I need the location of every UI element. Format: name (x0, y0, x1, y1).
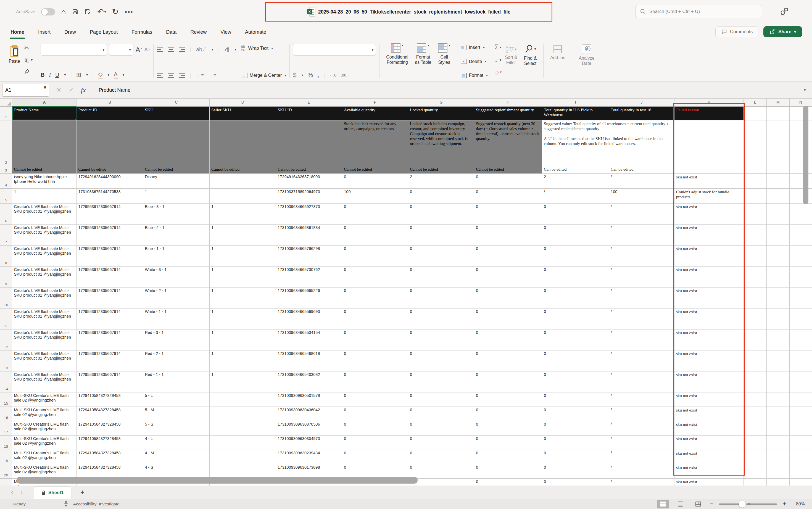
cell-F17[interactable]: 0 (342, 421, 408, 435)
cell-J19[interactable]: / (609, 450, 674, 464)
cell-L9[interactable] (744, 266, 767, 287)
cell-H12[interactable]: 0 (474, 329, 542, 350)
cell-A6[interactable]: Creator's LIVE flash sale Multi-SKU prod… (12, 203, 76, 224)
cell-M7[interactable] (767, 224, 789, 245)
row-header-11[interactable]: 11 (0, 308, 12, 329)
cell-K12[interactable]: sku not exist (674, 329, 744, 350)
align-top-icon[interactable] (157, 47, 163, 52)
cell-J20[interactable]: / (609, 464, 674, 478)
ribbon-tab-view[interactable]: View (220, 27, 232, 37)
cell-L7[interactable] (744, 224, 767, 245)
cell-G21[interactable]: 0 (408, 478, 474, 485)
cell-K19[interactable]: sku not exist (674, 450, 744, 464)
cell-C12[interactable]: Red - 3 - 1 (143, 329, 210, 350)
column-header-H[interactable]: H (474, 99, 542, 106)
conditional-formatting-button[interactable]: ▾ Conditional Formatting (383, 43, 411, 65)
cell-B6[interactable]: 1729553912335667914 (76, 203, 143, 224)
percent-icon[interactable]: % (308, 71, 313, 79)
cell-F1[interactable]: Available quantity (342, 106, 408, 120)
cell-M21[interactable] (767, 478, 789, 485)
cell-M3[interactable] (767, 166, 789, 173)
cell-L5[interactable] (744, 189, 767, 203)
row-header-4[interactable]: 4 (0, 173, 12, 189)
cell-C9[interactable]: White - 3 - 1 (143, 266, 210, 287)
cell-D11[interactable]: 1 (210, 308, 276, 329)
cell-K2[interactable] (674, 120, 744, 166)
cell-C11[interactable]: White - 1 - 1 (143, 308, 210, 329)
accessibility-status[interactable]: Accessibility: Investigate (73, 502, 120, 507)
row-header-20[interactable]: 20 (0, 464, 12, 478)
format-as-table-button[interactable]: ▾ Format as Table (411, 43, 435, 65)
cell-G13[interactable]: 0 (408, 350, 474, 371)
cell-G9[interactable]: 0 (408, 266, 474, 287)
cell-F10[interactable]: 0 (342, 287, 408, 308)
underline-button[interactable]: U (55, 72, 59, 78)
cell-K6[interactable]: sku not exist (674, 203, 744, 224)
cell-I9[interactable]: 0 (542, 266, 609, 287)
row-header-14[interactable]: 14 (0, 371, 12, 392)
row-header-19[interactable]: 19 (0, 450, 12, 464)
undo-icon[interactable]: ↶▾ (97, 8, 106, 16)
cell-A18[interactable]: Multi-SKU Creator's LIVE flash sale 02 @… (12, 435, 76, 450)
column-header-N[interactable]: N (789, 99, 812, 106)
cell-C20[interactable]: 4 - S (143, 464, 210, 478)
analyze-data-button[interactable]: Analyze Data (575, 43, 598, 67)
cell-N5[interactable] (789, 189, 812, 203)
cell-F15[interactable]: 0 (342, 392, 408, 407)
paste-button[interactable]: Paste (5, 43, 23, 65)
cell-A15[interactable]: Multi-SKU Creator's LIVE flash sale 02 @… (12, 392, 76, 407)
cell-B17[interactable]: 1729410584327328458 (76, 421, 143, 435)
cell-J4[interactable]: / (609, 173, 674, 189)
sheet-tab[interactable]: Sheet1 (34, 487, 71, 499)
cell-D2[interactable] (210, 120, 276, 166)
cell-F11[interactable]: 0 (342, 308, 408, 329)
cell-C8[interactable]: Blue - 1 - 1 (143, 245, 210, 266)
cell-F20[interactable]: 0 (342, 464, 408, 478)
cell-B10[interactable]: 1729553912335667914 (76, 287, 143, 308)
cell-F3[interactable]: Cannot be edited (342, 166, 408, 173)
cell-D19[interactable] (210, 450, 276, 464)
cell-B11[interactable]: 1729553912335667914 (76, 308, 143, 329)
home-icon[interactable]: ⌂ (61, 8, 66, 16)
cancel-entry-icon[interactable]: ✕ (56, 87, 61, 94)
normal-view-button[interactable] (657, 500, 669, 508)
cell-L3[interactable] (744, 166, 767, 173)
cell-K10[interactable]: sku not exist (674, 287, 744, 308)
cell-A7[interactable]: Creator's LIVE flash sale Multi-SKU prod… (12, 224, 76, 245)
cell-H11[interactable]: 0 (474, 308, 542, 329)
fill-handle[interactable] (75, 119, 76, 121)
cell-J11[interactable]: / (609, 308, 674, 329)
cell-M6[interactable] (767, 203, 789, 224)
cell-E18[interactable]: 1731009309630304970 (276, 435, 342, 450)
zoom-in-icon[interactable]: + (782, 501, 786, 508)
save-as-icon[interactable] (84, 8, 91, 15)
cell-E4[interactable]: 1729491643263718090 (276, 173, 342, 189)
cell-D7[interactable]: 1 (210, 224, 276, 245)
select-all-corner[interactable] (0, 99, 12, 106)
cell-I18[interactable]: 0 (542, 435, 609, 450)
cell-C10[interactable]: White - 2 - 1 (143, 287, 210, 308)
align-center-icon[interactable] (168, 73, 174, 78)
row-header-8[interactable]: 8 (0, 245, 12, 266)
cell-B18[interactable]: 1729410584327328458 (76, 435, 143, 450)
clear-icon[interactable]: ◇▾ (495, 69, 502, 75)
column-header-K[interactable]: K (674, 99, 744, 106)
cell-L13[interactable] (744, 350, 767, 371)
cell-D4[interactable] (210, 173, 276, 189)
cell-H14[interactable]: 0 (474, 371, 542, 392)
cell-L14[interactable] (744, 371, 767, 392)
cell-N17[interactable] (789, 421, 812, 435)
prev-sheet-icon[interactable]: ‹ (11, 488, 13, 496)
cell-H5[interactable]: 0 (474, 189, 542, 203)
cell-G19[interactable]: 0 (408, 450, 474, 464)
cell-I12[interactable]: 0 (542, 329, 609, 350)
sort-filter-button[interactable]: AZ▾ Sort & Filter (502, 43, 520, 66)
column-header-C[interactable]: C (143, 99, 210, 106)
cell-E19[interactable]: 1731009309630239434 (276, 450, 342, 464)
cell-D13[interactable]: 1 (210, 350, 276, 371)
row-header-15[interactable]: 15 (0, 392, 12, 407)
row-header-2[interactable]: 2 (0, 120, 12, 166)
cell-G15[interactable]: 0 (408, 392, 474, 407)
borders-icon[interactable]: ⊞ (76, 71, 81, 78)
ribbon-tab-automate[interactable]: Automate (244, 27, 267, 37)
